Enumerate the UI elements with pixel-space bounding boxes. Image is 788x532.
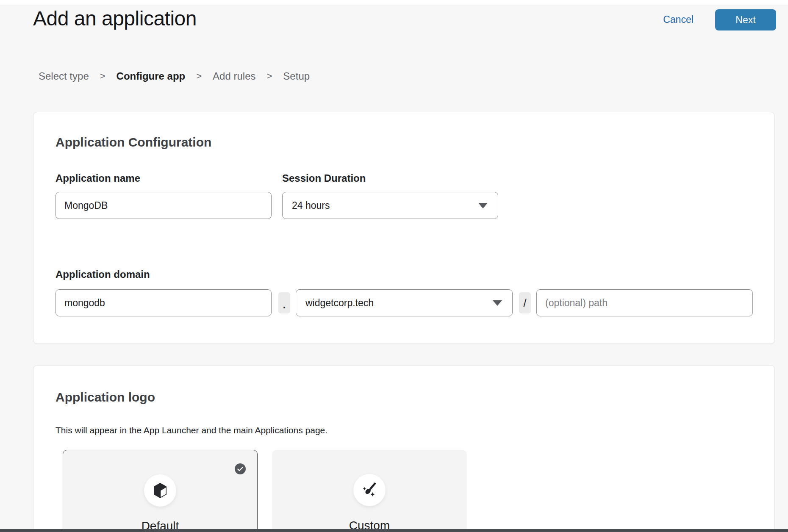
breadcrumb-step-configure-app[interactable]: Configure app xyxy=(117,70,186,82)
domain-select[interactable]: widgetcorp.tech xyxy=(296,289,513,316)
domain-value: widgetcorp.tech xyxy=(305,297,374,309)
top-strip xyxy=(0,0,788,5)
breadcrumb-separator: > xyxy=(267,71,272,82)
domain-dot-separator: . xyxy=(278,292,290,313)
breadcrumb-step-add-rules[interactable]: Add rules xyxy=(213,70,255,82)
caret-down-icon xyxy=(493,300,502,306)
page: Add an application Cancel Next Select ty… xyxy=(0,0,788,532)
application-logo-card: Application logo This will appear in the… xyxy=(33,365,775,532)
application-name-label: Application name xyxy=(55,172,140,184)
logo-option-custom[interactable]: Custom xyxy=(272,450,467,532)
session-duration-value: 24 hours xyxy=(292,200,330,211)
application-configuration-card: Application Configuration Application na… xyxy=(33,112,775,344)
domain-slash-separator: / xyxy=(519,292,531,313)
cube-icon xyxy=(144,474,176,507)
bottom-edge-bar xyxy=(0,529,788,532)
logo-option-default[interactable]: Default xyxy=(63,450,258,532)
breadcrumb-step-select-type[interactable]: Select type xyxy=(39,70,89,82)
section-heading-application-logo: Application logo xyxy=(55,390,155,405)
section-heading-application-configuration: Application Configuration xyxy=(55,135,211,150)
caret-down-icon xyxy=(478,203,488,208)
path-input[interactable] xyxy=(536,289,753,316)
breadcrumb: Select type > Configure app > Add rules … xyxy=(39,70,310,82)
application-domain-label: Application domain xyxy=(55,269,150,280)
paintbrush-sparkles-icon xyxy=(353,474,386,506)
breadcrumb-separator: > xyxy=(100,71,105,82)
cancel-button[interactable]: Cancel xyxy=(661,14,696,25)
application-name-input[interactable] xyxy=(55,192,272,219)
logo-description: This will appear in the App Launcher and… xyxy=(55,425,327,435)
breadcrumb-separator: > xyxy=(196,71,202,82)
session-duration-label: Session Duration xyxy=(282,172,366,184)
session-duration-select[interactable]: 24 hours xyxy=(282,192,498,219)
check-icon xyxy=(235,463,246,474)
logo-options: Default Custom xyxy=(63,450,467,532)
breadcrumb-step-setup[interactable]: Setup xyxy=(283,70,310,82)
page-title: Add an application xyxy=(33,7,197,30)
next-button[interactable]: Next xyxy=(715,9,776,30)
subdomain-input[interactable] xyxy=(55,289,272,316)
